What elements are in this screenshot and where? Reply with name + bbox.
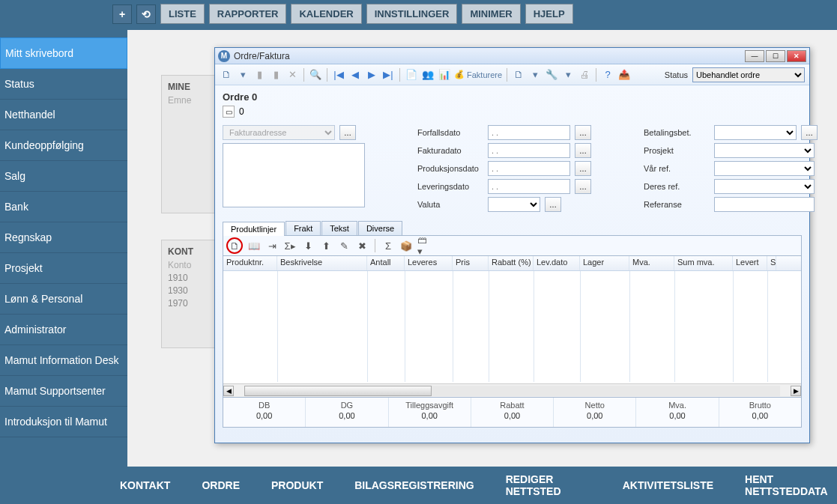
chart-icon[interactable]: 📊 [438, 68, 451, 82]
minimize-button[interactable]: — [745, 50, 764, 62]
var-ref-select[interactable] [714, 161, 815, 176]
dropdown3-icon[interactable]: ▾ [561, 68, 575, 82]
print-icon[interactable]: 🖨 [578, 68, 591, 82]
column-header[interactable]: Antall [367, 256, 405, 270]
package-icon[interactable]: 📦 [399, 239, 413, 252]
address-select[interactable]: Fakturaadresse [223, 125, 335, 140]
delete-icon[interactable]: ✕ [285, 68, 299, 82]
bottom-kontakt[interactable]: KONTAKT [120, 479, 170, 491]
prosjekt-select[interactable] [714, 143, 815, 158]
close-button[interactable]: ✕ [787, 50, 806, 62]
produksjonsdato-input[interactable] [488, 161, 570, 176]
copy-icon[interactable]: 📄 [405, 68, 418, 82]
down-icon[interactable]: ⬇ [301, 239, 315, 252]
next-icon[interactable]: ▶ [365, 68, 378, 82]
exit-icon[interactable]: 📤 [617, 68, 631, 82]
fakturadato-input[interactable] [488, 143, 570, 158]
sigma-icon[interactable]: Σ [381, 239, 395, 252]
column-header[interactable]: Lev.dato [534, 256, 580, 270]
address-textarea[interactable] [223, 143, 365, 207]
bottom-hent[interactable]: HENT NETTSTEDDATA [745, 473, 837, 497]
delete-line-icon[interactable]: ✖ [355, 239, 369, 252]
indent-icon[interactable]: ⇥ [265, 239, 279, 252]
leveringsdato-input[interactable] [488, 179, 570, 194]
new2-icon[interactable]: 🗋 [512, 68, 525, 82]
valuta-btn[interactable]: … [545, 197, 561, 212]
sum-icon[interactable]: Σ▸ [283, 239, 297, 252]
sidebar-item-support[interactable]: Mamut Supportsenter [0, 376, 127, 407]
bottom-bilag[interactable]: BILAGSREGISTRERING [354, 479, 474, 491]
column-header[interactable]: Pris [453, 256, 489, 270]
sidebar-item-prosjekt[interactable]: Prosjekt [0, 253, 127, 284]
leveringsdato-btn[interactable]: … [575, 179, 591, 194]
maximize-button[interactable]: ☐ [766, 50, 785, 62]
column-header[interactable]: Beskrivelse [277, 256, 367, 270]
up-icon[interactable]: ⬆ [319, 239, 333, 252]
first-icon[interactable]: |◀ [332, 68, 345, 82]
edit-icon[interactable]: ✎ [337, 239, 351, 252]
top-btn-hjelp[interactable]: HJELP [525, 4, 573, 24]
table-body[interactable] [223, 271, 801, 382]
forfallsdato-input[interactable] [488, 125, 570, 140]
prev-icon[interactable]: ◀ [348, 68, 362, 82]
scroll-right-button[interactable]: ▶ [791, 386, 801, 396]
sidebar-item-bank[interactable]: Bank [0, 192, 127, 222]
bottom-aktivitet[interactable]: AKTIVITETSLISTE [623, 479, 713, 491]
card-icon[interactable]: ▭ [223, 106, 235, 118]
valuta-select[interactable] [488, 197, 540, 212]
refresh-button[interactable]: ⟲ [136, 4, 156, 24]
dropdown-icon[interactable]: ▾ [236, 68, 250, 82]
org-icon[interactable]: 👥 [421, 68, 435, 82]
add-button[interactable]: + [112, 4, 132, 24]
column-header[interactable]: Sum mva. [674, 256, 733, 270]
tab-produktlinjer[interactable]: Produktlinjer [223, 222, 285, 236]
column-header[interactable]: Rabatt (%) [489, 256, 534, 270]
last-icon[interactable]: ▶| [381, 68, 395, 82]
titlebar[interactable]: M Ordre/Faktura — ☐ ✕ [215, 48, 809, 64]
save-icon[interactable]: ▮ [269, 68, 282, 82]
column-header[interactable]: Produktnr. [223, 256, 277, 270]
status-select[interactable]: Ubehandlet ordre [692, 67, 805, 82]
tool-icon[interactable]: 🔧 [545, 68, 558, 82]
referanse-input[interactable] [714, 197, 815, 212]
top-btn-liste[interactable]: LISTE [160, 4, 205, 24]
sidebar-item-kundeoppfolging[interactable]: Kundeoppfølging [0, 130, 127, 161]
column-header[interactable]: Lager [580, 256, 629, 270]
sidebar-item-netthandel[interactable]: Netthandel [0, 100, 127, 130]
box-dropdown-icon[interactable]: 🗃▾ [417, 239, 431, 252]
top-btn-minimer[interactable]: MINIMER [462, 4, 520, 24]
deres-ref-select[interactable] [714, 179, 815, 194]
column-header[interactable]: Leveres [405, 256, 453, 270]
column-header[interactable]: Mva. [629, 256, 674, 270]
new-line-icon[interactable]: 🗋 [226, 237, 243, 254]
tab-tekst[interactable]: Tekst [321, 221, 357, 235]
tab-diverse[interactable]: Diverse [358, 221, 402, 235]
fakturere-button[interactable]: 💰Fakturere [454, 70, 502, 79]
bottom-produkt[interactable]: PRODUKT [271, 479, 323, 491]
column-header[interactable]: Levert [733, 256, 767, 270]
sidebar-item-skrivebord[interactable]: Mitt skrivebord [0, 37, 127, 69]
bottom-rediger[interactable]: REDIGER NETTSTED [506, 473, 591, 497]
betalingsbet-select[interactable] [714, 125, 797, 140]
fakturadato-btn[interactable]: … [575, 143, 591, 158]
top-btn-innstillinger[interactable]: INNSTILLINGER [366, 4, 458, 24]
horizontal-scrollbar[interactable]: ◀ ▶ [223, 383, 801, 397]
forfallsdato-btn[interactable]: … [575, 125, 591, 140]
sidebar-item-status[interactable]: Status [0, 69, 127, 100]
bottom-ordre[interactable]: ORDRE [202, 479, 240, 491]
betalingsbet-btn[interactable]: … [801, 125, 818, 140]
sidebar-item-regnskap[interactable]: Regnskap [0, 222, 127, 253]
sidebar-item-administrator[interactable]: Administrator [0, 315, 127, 345]
address-lookup-button[interactable]: … [339, 125, 356, 140]
produksjonsdato-btn[interactable]: … [575, 161, 591, 176]
tab-frakt[interactable]: Frakt [285, 221, 321, 235]
scroll-thumb[interactable] [244, 386, 432, 396]
top-btn-rapporter[interactable]: RAPPORTER [209, 4, 287, 24]
book-icon[interactable]: 📖 [247, 239, 261, 252]
column-header[interactable]: S [767, 256, 776, 270]
folder-icon[interactable]: ▮ [253, 68, 266, 82]
help-icon[interactable]: ? [601, 68, 614, 82]
new-icon[interactable]: 🗋 [220, 68, 233, 82]
top-btn-kalender[interactable]: KALENDER [291, 4, 361, 24]
search-icon[interactable]: 🔍 [309, 68, 322, 82]
